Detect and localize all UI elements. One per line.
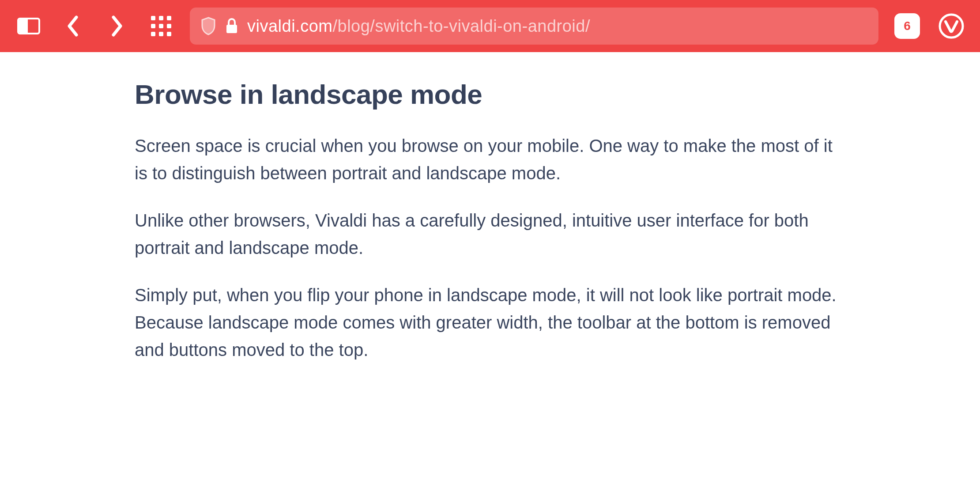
- url-domain: vivaldi.com: [247, 17, 332, 35]
- svg-point-1: [940, 15, 963, 38]
- panel-toggle-button[interactable]: [9, 6, 49, 46]
- article-heading: Browse in landscape mode: [135, 79, 845, 110]
- vivaldi-logo-icon: [939, 13, 964, 39]
- forward-button[interactable]: [97, 6, 137, 46]
- tab-count-badge: 6: [894, 13, 920, 39]
- url-path: /blog/switch-to-vivaldi-on-android/: [332, 17, 590, 35]
- browser-toolbar: vivaldi.com/blog/switch-to-vivaldi-on-an…: [0, 0, 980, 52]
- chevron-left-icon: [67, 15, 79, 37]
- svg-rect-0: [226, 25, 237, 33]
- panel-icon: [17, 18, 40, 34]
- article-paragraph: Unlike other browsers, Vivaldi has a car…: [135, 207, 845, 262]
- article-paragraph: Screen space is crucial when you browse …: [135, 132, 845, 187]
- article-paragraph: Simply put, when you flip your phone in …: [135, 281, 845, 364]
- back-button[interactable]: [53, 6, 93, 46]
- speed-dial-button[interactable]: [141, 6, 181, 46]
- url-display: vivaldi.com/blog/switch-to-vivaldi-on-an…: [247, 17, 590, 36]
- address-bar[interactable]: vivaldi.com/blog/switch-to-vivaldi-on-an…: [190, 8, 878, 45]
- chevron-right-icon: [111, 15, 123, 37]
- page-content: Browse in landscape mode Screen space is…: [0, 52, 980, 364]
- lock-icon: [225, 18, 238, 34]
- vivaldi-menu-button[interactable]: [931, 6, 971, 46]
- grid-icon: [151, 16, 171, 36]
- tab-switcher-button[interactable]: 6: [887, 6, 927, 46]
- shield-icon: [200, 17, 216, 35]
